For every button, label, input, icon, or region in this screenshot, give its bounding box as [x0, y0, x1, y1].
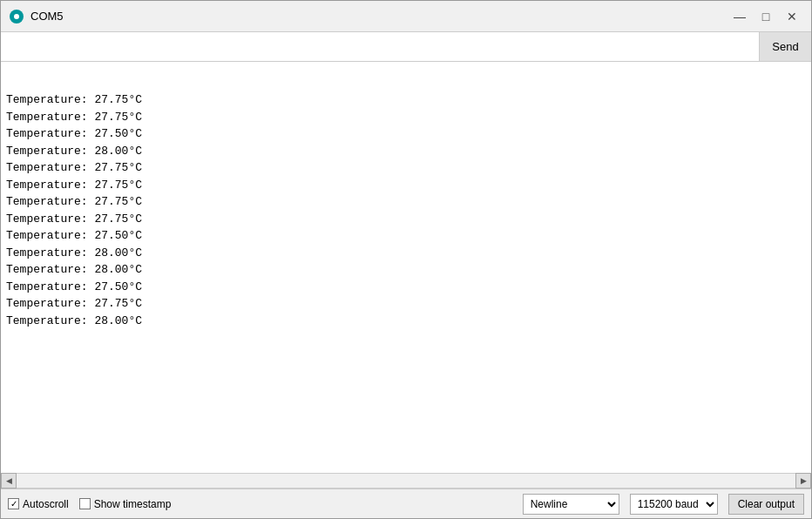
output-line: Temperature: 27.75°C: [6, 211, 806, 228]
output-line: Temperature: 27.75°C: [6, 193, 806, 211]
newline-select[interactable]: NewlineNo line endingCarriage returnBoth…: [523, 494, 619, 515]
footer-bar: Autoscroll Show timestamp NewlineNo line…: [1, 489, 811, 518]
serial-monitor-window: COM5 — □ ✕ Send Temperature: 27.75°CTemp…: [0, 0, 812, 519]
close-button[interactable]: ✕: [780, 6, 804, 27]
baud-select[interactable]: 300 baud1200 baud2400 baud4800 baud9600 …: [630, 494, 718, 515]
scroll-left-arrow[interactable]: ◀: [1, 473, 17, 489]
autoscroll-checkbox[interactable]: [8, 498, 19, 509]
output-line: Temperature: 28.00°C: [6, 245, 806, 262]
scroll-right-arrow[interactable]: ▶: [795, 473, 811, 489]
output-line: Temperature: 27.75°C: [6, 91, 806, 109]
window-controls: — □ ✕: [727, 6, 804, 27]
output-line: Temperature: 27.75°C: [6, 295, 806, 313]
timestamp-item: Show timestamp: [79, 498, 172, 510]
output-line: Temperature: 27.50°C: [6, 227, 806, 245]
autoscroll-item: Autoscroll: [8, 498, 69, 510]
horizontal-scrollbar[interactable]: [17, 474, 795, 488]
send-button[interactable]: Send: [759, 32, 811, 61]
minimize-button[interactable]: —: [727, 6, 752, 27]
title-bar: COM5 — □ ✕: [1, 1, 811, 32]
maximize-button[interactable]: □: [754, 6, 778, 27]
serial-input[interactable]: [1, 32, 759, 61]
output-line: Temperature: 27.50°C: [6, 279, 806, 296]
timestamp-label: Show timestamp: [94, 498, 172, 510]
app-icon: [8, 8, 25, 25]
output-line: Temperature: 27.50°C: [6, 125, 806, 143]
svg-point-1: [14, 14, 19, 19]
horizontal-scrollbar-row: ◀ ▶: [1, 473, 811, 489]
output-line: Temperature: 28.00°C: [6, 261, 806, 279]
serial-output[interactable]: Temperature: 27.75°CTemperature: 27.75°C…: [1, 62, 811, 473]
input-row: Send: [1, 32, 811, 62]
output-line: Temperature: 27.75°C: [6, 159, 806, 177]
output-line: Temperature: 27.75°C: [6, 109, 806, 126]
clear-output-button[interactable]: Clear output: [728, 494, 804, 515]
autoscroll-label: Autoscroll: [23, 498, 69, 510]
output-line: Temperature: 28.00°C: [6, 143, 806, 160]
output-line: Temperature: 27.75°C: [6, 177, 806, 194]
output-line: Temperature: 28.00°C: [6, 313, 806, 330]
timestamp-checkbox[interactable]: [79, 498, 91, 509]
window-title: COM5: [30, 10, 727, 23]
